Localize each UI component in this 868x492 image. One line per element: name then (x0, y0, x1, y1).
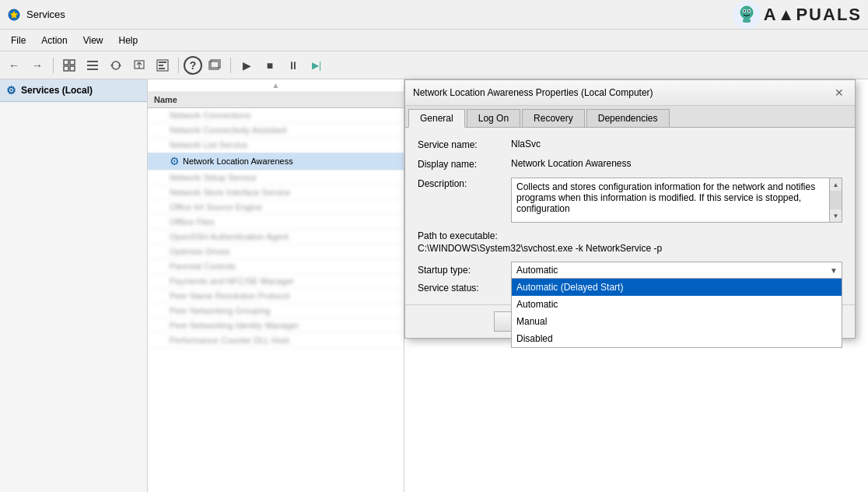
tab-dependencies[interactable]: Dependencies (586, 109, 670, 127)
svg-rect-18 (159, 62, 166, 63)
export-button[interactable] (128, 54, 150, 76)
startup-type-dropdown[interactable]: Automatic ▼ Automatic (Delayed Start) Au… (511, 262, 842, 279)
list-item[interactable]: Office 64 Source Engine (148, 200, 404, 215)
description-scrollbar[interactable]: ▲ ▼ (829, 178, 842, 222)
menu-bar: File Action View Help (0, 30, 868, 51)
menu-action[interactable]: Action (33, 33, 75, 47)
properties-dialog: Network Location Awareness Properties (L… (404, 79, 856, 339)
sidebar-header-text: Services (Local) (21, 85, 93, 96)
dialog-close-button[interactable]: ✕ (831, 85, 847, 100)
description-row: Description: Collects and stores configu… (418, 177, 842, 223)
chevron-down-icon: ▼ (830, 266, 838, 275)
svg-rect-9 (70, 60, 75, 65)
tab-general[interactable]: General (408, 109, 465, 128)
scroll-down-arrow[interactable]: ▼ (830, 209, 842, 222)
list-item[interactable]: Network Connections (148, 108, 404, 123)
svg-point-4 (744, 10, 745, 12)
dialog-tabs: General Log On Recovery Dependencies (405, 106, 855, 128)
toolbar: ← → ? ▶ ■ ⏸ ▶| (0, 51, 868, 79)
svg-rect-10 (70, 66, 75, 71)
new-window-button[interactable] (204, 54, 226, 76)
list-item[interactable]: Peer Name Resolution Protocol (148, 289, 404, 304)
display-name-row: Display name: Network Location Awareness (418, 158, 842, 170)
list-item[interactable]: Network Store Interface Service (148, 185, 404, 200)
sidebar-header: ⚙ Services (Local) (0, 79, 147, 102)
back-button[interactable]: ← (3, 54, 25, 76)
description-box[interactable]: Collects and stores configuration inform… (511, 177, 842, 223)
service-status-label: Service status: (418, 282, 511, 293)
forward-button[interactable]: → (26, 54, 48, 76)
appuals-logo: A▲PUALS (733, 1, 862, 29)
list-item[interactable]: Offline Files (148, 215, 404, 230)
title-bar: Services A▲PUALS (0, 0, 868, 30)
sidebar-header-icon: ⚙ (6, 84, 16, 97)
list-item[interactable]: Network Connectivity Assistant (148, 123, 404, 138)
svg-marker-15 (110, 65, 114, 67)
scroll-up-indicator: ▲ (148, 79, 404, 92)
description-label: Description: (418, 177, 511, 189)
appuals-logo-icon (733, 1, 761, 29)
app-icon (6, 7, 22, 23)
list-item[interactable]: Peer Networking Identity Manager (148, 318, 404, 333)
tab-logon[interactable]: Log On (467, 109, 520, 127)
refresh-button[interactable] (105, 54, 127, 76)
list-item[interactable]: Performance Counter DLL Host (148, 333, 404, 348)
dropdown-option-disabled[interactable]: Disabled (512, 330, 842, 347)
properties-button[interactable] (152, 54, 173, 76)
play-button[interactable]: ▶ (236, 54, 257, 76)
svg-rect-11 (87, 61, 98, 62)
svg-rect-20 (159, 68, 165, 69)
list-item[interactable]: Payments and NFC/SE Manager (148, 274, 404, 289)
menu-view[interactable]: View (75, 33, 111, 47)
menu-help[interactable]: Help (111, 33, 146, 47)
tab-recovery[interactable]: Recovery (522, 109, 585, 127)
toolbar-sep-2 (178, 58, 179, 73)
svg-point-5 (748, 10, 750, 12)
path-value: C:\WINDOWS\System32\svchost.exe -k Netwo… (418, 243, 842, 254)
service-name-label: Service name: (418, 139, 511, 150)
show-hide-button[interactable] (58, 54, 80, 76)
startup-type-row: Startup type: Automatic ▼ Automatic (Del… (418, 262, 842, 279)
svg-rect-12 (87, 65, 98, 66)
scroll-track (830, 191, 842, 209)
list-item[interactable]: Optimize Drives (148, 244, 404, 259)
service-icon: ⚙ (170, 155, 180, 167)
dropdown-option-manual[interactable]: Manual (512, 313, 842, 330)
svg-point-1 (740, 6, 753, 19)
title-bar-text: Services (26, 9, 65, 20)
list-item[interactable]: Network Setup Service (148, 170, 404, 185)
toolbar-sep-3 (230, 58, 231, 73)
menu-file[interactable]: File (3, 33, 33, 47)
list-button[interactable] (82, 54, 103, 76)
pause-toolbar-button[interactable]: ⏸ (282, 54, 304, 76)
resume-toolbar-button[interactable]: ▶| (306, 54, 327, 76)
list-item[interactable]: OpenSSH Authentication Agent (148, 230, 404, 244)
display-name-value: Network Location Awareness (511, 158, 842, 169)
display-name-label: Display name: (418, 158, 511, 170)
service-name-row: Service name: NlaSvc (418, 139, 842, 150)
dropdown-option-delayed[interactable]: Automatic (Delayed Start) (512, 279, 842, 296)
list-item-selected[interactable]: ⚙ Network Location Awareness (148, 153, 404, 170)
list-item[interactable]: Network List Service (148, 138, 404, 153)
list-column-header: Name (148, 92, 404, 108)
dialog-title-text: Network Location Awareness Properties (L… (413, 87, 653, 98)
appuals-text: A▲PUALS (764, 5, 862, 25)
stop-toolbar-button[interactable]: ■ (259, 54, 281, 76)
services-list[interactable]: Network Connections Network Connectivity… (148, 108, 404, 492)
description-text: Collects and stores configuration inform… (516, 181, 837, 214)
dropdown-list: Automatic (Delayed Start) Automatic Manu… (511, 279, 842, 348)
list-item[interactable]: Parental Controls (148, 259, 404, 274)
svg-rect-7 (64, 60, 68, 65)
selected-service-name: Network Location Awareness (183, 156, 293, 166)
services-panel: ▲ Name Network Connections Network Conne… (148, 79, 404, 492)
dropdown-selected-value[interactable]: Automatic ▼ (511, 262, 842, 279)
path-label: Path to executable: (418, 230, 842, 241)
dropdown-current: Automatic (516, 265, 558, 276)
svg-rect-6 (743, 19, 751, 23)
scroll-up-arrow[interactable]: ▲ (830, 178, 842, 191)
list-item[interactable]: Peer Networking Grouping (148, 304, 404, 318)
service-name-value: NlaSvc (511, 139, 842, 149)
sidebar: ⚙ Services (Local) (0, 79, 148, 492)
help-button[interactable]: ? (184, 56, 202, 75)
dropdown-option-automatic[interactable]: Automatic (512, 296, 842, 313)
